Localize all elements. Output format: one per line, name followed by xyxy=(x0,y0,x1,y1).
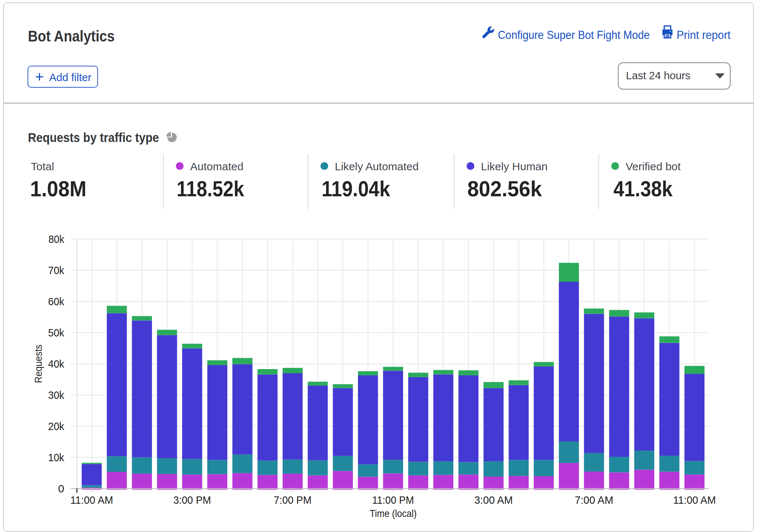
svg-text:7:00 AM: 7:00 AM xyxy=(575,494,613,506)
svg-text:11:00 AM: 11:00 AM xyxy=(70,494,113,506)
svg-text:Requests: Requests xyxy=(33,345,44,383)
svg-text:30k: 30k xyxy=(48,389,65,401)
svg-text:10k: 10k xyxy=(48,451,65,463)
svg-text:7:00 PM: 7:00 PM xyxy=(274,494,312,506)
svg-text:40k: 40k xyxy=(48,358,65,370)
svg-text:3:00 AM: 3:00 AM xyxy=(474,494,513,506)
svg-text:50k: 50k xyxy=(48,327,65,339)
svg-text:11:00 PM: 11:00 PM xyxy=(372,494,414,506)
svg-text:80k: 80k xyxy=(48,233,65,245)
svg-text:3:00 PM: 3:00 PM xyxy=(173,494,211,506)
svg-text:Time (local): Time (local) xyxy=(370,508,417,519)
svg-text:11:00 AM: 11:00 AM xyxy=(673,494,716,506)
svg-text:20k: 20k xyxy=(48,420,65,432)
svg-text:70k: 70k xyxy=(48,264,65,276)
svg-text:0: 0 xyxy=(58,482,64,495)
svg-text:60k: 60k xyxy=(48,295,65,307)
